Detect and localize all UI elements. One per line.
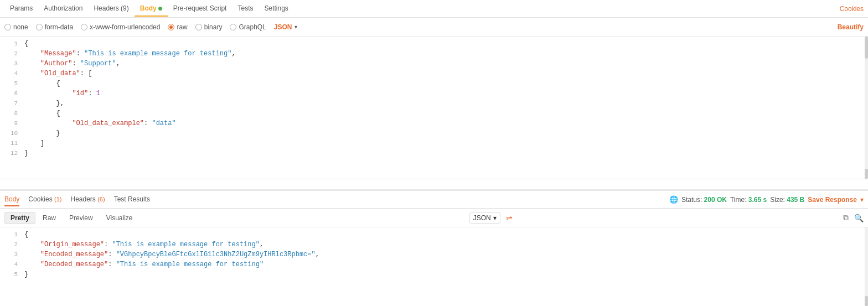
- main-layout: Params Authorization Headers (9) Body Pr…: [0, 0, 868, 306]
- body-type-selector-bar: none form-data x-www-form-urlencoded raw…: [0, 18, 868, 37]
- json-select-arrow: ▾: [493, 214, 497, 222]
- copy-icon[interactable]: ⧉: [843, 213, 849, 222]
- body-type-graphql[interactable]: GraphQL: [230, 23, 266, 31]
- editor-line-8: 8 {: [0, 108, 868, 118]
- radio-urlencoded: [81, 24, 87, 30]
- resp-tab-body[interactable]: Body: [4, 193, 19, 206]
- tab-pre-request[interactable]: Pre-request Script: [168, 1, 232, 17]
- editor-scrollbar-thumb[interactable]: [865, 37, 868, 59]
- radio-none: [4, 24, 11, 30]
- beautify-button[interactable]: Beautify: [838, 23, 864, 31]
- json-dropdown-arrow: ▾: [294, 24, 297, 30]
- filter-icon[interactable]: ⇌: [506, 214, 513, 222]
- json-type-selector[interactable]: JSON ▾: [274, 23, 297, 31]
- tab-settings[interactable]: Settings: [259, 1, 293, 17]
- resp-tab-cookies[interactable]: Cookies (1): [28, 193, 61, 206]
- response-time: 3.65 s: [748, 196, 767, 204]
- tab-params[interactable]: Params: [4, 1, 38, 17]
- request-body-editor: none form-data x-www-form-urlencoded raw…: [0, 18, 868, 189]
- resp-line-4: 4 "Decoded_message": "This is example me…: [0, 260, 868, 269]
- format-preview[interactable]: Preview: [63, 212, 99, 224]
- radio-form-data: [36, 24, 43, 30]
- resp-tab-test-results[interactable]: Test Results: [114, 193, 150, 206]
- body-dot-indicator: [158, 7, 162, 11]
- format-raw[interactable]: Raw: [37, 212, 62, 224]
- editor-scrollbar-bottom[interactable]: [865, 169, 868, 179]
- editor-line-1: 1 {: [0, 39, 868, 49]
- response-tabs-bar: Body Cookies (1) Headers (6) Test Result…: [0, 191, 868, 209]
- globe-icon: 🌐: [669, 195, 678, 204]
- request-body-code-editor[interactable]: 1 { 2 "Message": "This is example messag…: [0, 37, 868, 179]
- request-tabs-bar: Params Authorization Headers (9) Body Pr…: [0, 0, 868, 18]
- response-json-selector[interactable]: JSON ▾: [469, 212, 500, 224]
- resp-right-actions: ⧉ 🔍: [843, 213, 864, 222]
- editor-line-12: 12 }: [0, 148, 868, 158]
- editor-line-2: 2 "Message": "This is example message fo…: [0, 49, 868, 59]
- status-code: 200 OK: [704, 196, 727, 204]
- editor-line-6: 6 "id": 1: [0, 89, 868, 98]
- radio-raw: [168, 24, 174, 30]
- format-right-controls: JSON ▾ ⇌: [469, 212, 513, 224]
- tab-body[interactable]: Body: [135, 1, 168, 17]
- editor-line-9: 9 "Old_data_example": "data": [0, 118, 868, 128]
- cookies-link[interactable]: Cookies: [840, 5, 864, 13]
- body-type-none[interactable]: none: [4, 23, 28, 31]
- save-response-button[interactable]: Save Response: [808, 196, 857, 204]
- editor-line-7: 7 },: [0, 98, 868, 108]
- format-pretty[interactable]: Pretty: [4, 212, 35, 224]
- resp-tab-headers[interactable]: Headers (6): [71, 193, 105, 206]
- response-format-bar: Pretty Raw Preview Visualize JSON ▾ ⇌ ⧉ …: [0, 209, 868, 227]
- editor-line-10: 10 }: [0, 128, 868, 138]
- body-type-form-data[interactable]: form-data: [36, 23, 73, 31]
- resp-line-3: 3 "Encoded_message": "VGhpcyBpcyBleGFtcG…: [0, 250, 868, 260]
- body-type-raw[interactable]: raw: [168, 23, 187, 31]
- response-section: Body Cookies (1) Headers (6) Test Result…: [0, 189, 868, 306]
- editor-line-5: 5 {: [0, 79, 868, 89]
- radio-binary: [195, 24, 202, 30]
- tab-tests[interactable]: Tests: [232, 1, 259, 17]
- tab-authorization[interactable]: Authorization: [38, 1, 88, 17]
- tab-headers[interactable]: Headers (9): [88, 1, 134, 17]
- editor-line-3: 3 "Author": "Support",: [0, 59, 868, 69]
- search-icon[interactable]: 🔍: [854, 214, 864, 222]
- response-size: 435 B: [787, 196, 804, 204]
- editor-scrollbar-track: [865, 37, 868, 179]
- resp-scrollbar-track: [865, 227, 868, 306]
- response-status-bar: 🌐 Status: 200 OK Time: 3.65 s Size: 435 …: [669, 195, 864, 204]
- radio-graphql: [230, 24, 236, 30]
- editor-line-4: 4 "Old_data": [: [0, 69, 868, 79]
- editor-line-11: 11 ]: [0, 138, 868, 148]
- format-visualize[interactable]: Visualize: [100, 212, 139, 224]
- save-response-arrow[interactable]: ▾: [860, 196, 864, 204]
- resp-line-5: 5 }: [0, 269, 868, 279]
- resp-line-1: 1 {: [0, 230, 868, 240]
- resp-line-2: 2 "Origin_message": "This is example mes…: [0, 240, 868, 250]
- body-type-urlencoded[interactable]: x-www-form-urlencoded: [81, 23, 160, 31]
- resp-scrollbar-thumb[interactable]: [865, 296, 868, 306]
- response-body-code[interactable]: 1 { 2 "Origin_message": "This is example…: [0, 227, 868, 306]
- body-type-binary[interactable]: binary: [195, 23, 223, 31]
